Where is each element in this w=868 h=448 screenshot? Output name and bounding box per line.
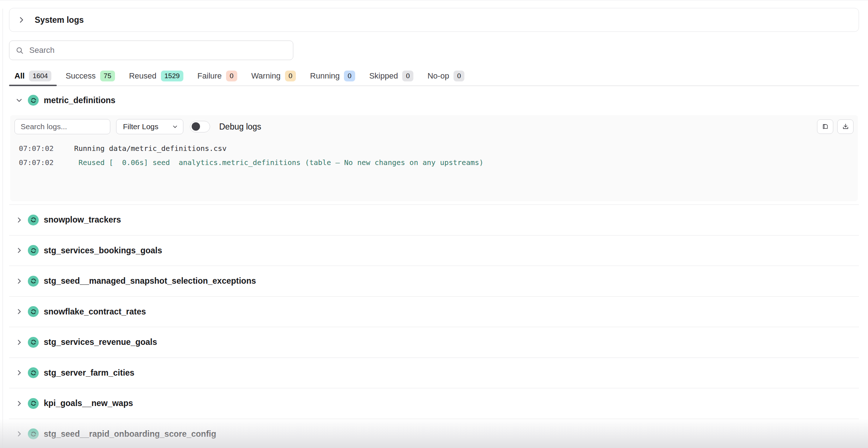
tab-count-badge: 1529 — [161, 71, 183, 82]
model-row-snowflake_contract_rates[interactable]: snowflake_contract_rates — [9, 296, 859, 327]
model-row-label: stg_services_bookings_goals — [44, 246, 162, 255]
log-message: Running data/metric_definitions.csv — [74, 144, 226, 153]
chevron-right-icon[interactable] — [16, 339, 23, 346]
tab-label: Failure — [197, 71, 222, 81]
tab-count-badge: 0 — [344, 71, 355, 82]
log-output[interactable]: 07:07:02Running data/metric_definitions.… — [10, 139, 858, 201]
model-row-label: snowplow_trackers — [44, 215, 121, 225]
search-input[interactable] — [29, 41, 293, 60]
chevron-right-icon[interactable] — [16, 369, 23, 376]
system-logs-title: System logs — [35, 15, 84, 25]
log-timestamp: 07:07:02 — [19, 144, 54, 153]
download-logs-button[interactable] — [837, 119, 854, 134]
status-tabs: All1604Success75Reused1529Failure0Warnin… — [9, 67, 859, 86]
expanded-model-name: metric_definitions — [44, 96, 115, 105]
debug-logs-toggle[interactable] — [190, 121, 210, 132]
chevron-right-icon[interactable] — [16, 400, 23, 407]
chevron-down-icon[interactable] — [16, 97, 23, 104]
model-row-label: snowflake_contract_rates — [44, 307, 146, 317]
log-message: Reused [ 0.06s] seed analytics.metric_de… — [78, 158, 484, 167]
reused-status-icon — [28, 245, 39, 256]
log-toolbar: Filter Logs Debug logs — [14, 119, 261, 134]
tab-running[interactable]: Running0 — [305, 67, 361, 85]
tab-count-badge: 0 — [454, 71, 465, 82]
tab-label: Reused — [129, 71, 157, 81]
tab-label: All — [14, 71, 25, 81]
model-row-label: stg_seed__rapid_onboarding_score_config — [44, 429, 216, 439]
log-line: 07:07:02Running data/metric_definitions.… — [10, 144, 858, 154]
system-logs-page: System logs All1604Success75Reused1529Fa… — [0, 0, 868, 448]
reused-status-icon — [28, 337, 39, 348]
chevron-right-icon[interactable] — [17, 16, 25, 24]
reused-status-icon — [28, 367, 39, 378]
chevron-right-icon[interactable] — [16, 430, 23, 438]
reused-status-icon — [28, 276, 39, 287]
tab-count-badge: 1604 — [29, 71, 51, 82]
copy-icon — [822, 123, 829, 130]
tab-label: Warning — [251, 71, 281, 81]
model-row-label: stg_seed__managed_snapshot_selection_exc… — [44, 276, 256, 286]
chevron-down-icon — [172, 124, 178, 130]
log-timestamp: 07:07:02 — [19, 158, 54, 167]
top-divider — [0, 0, 868, 0]
tab-count-badge: 75 — [100, 71, 115, 82]
model-row-snowplow_trackers[interactable]: snowplow_trackers — [9, 204, 859, 235]
tab-label: Running — [310, 71, 340, 81]
log-line: 07:07:02Reused [ 0.06s] seed analytics.m… — [10, 158, 858, 168]
model-row-stg_services_revenue_goals[interactable]: stg_services_revenue_goals — [9, 327, 859, 358]
tab-label: Skipped — [369, 71, 398, 81]
filter-logs-dropdown[interactable]: Filter Logs — [116, 119, 183, 134]
tab-failure[interactable]: Failure0 — [192, 67, 243, 85]
log-panel: Filter Logs Debug logs 07:07:0 — [10, 115, 858, 201]
reused-status-icon — [28, 215, 39, 225]
tab-count-badge: 0 — [402, 71, 413, 82]
tab-label: No-op — [427, 71, 449, 81]
tab-skipped[interactable]: Skipped0 — [364, 67, 419, 85]
chevron-right-icon[interactable] — [16, 247, 23, 254]
model-row-kpi_goals__new_waps[interactable]: kpi_goals__new_waps — [9, 388, 859, 419]
model-row-stg_services_bookings_goals[interactable]: stg_services_bookings_goals — [9, 235, 859, 266]
tab-reused[interactable]: Reused1529 — [124, 67, 189, 85]
left-edge-divider — [3, 9, 3, 448]
chevron-right-icon[interactable] — [16, 216, 23, 224]
tab-warning[interactable]: Warning0 — [246, 67, 302, 85]
toggle-knob — [192, 122, 200, 131]
search-icon — [16, 46, 24, 55]
reused-status-icon — [28, 95, 39, 106]
model-row-label: stg_server_farm_cities — [44, 368, 135, 378]
tab-count-badge: 0 — [226, 71, 237, 82]
model-list: snowplow_trackersstg_services_bookings_g… — [9, 204, 859, 448]
download-icon — [842, 123, 849, 130]
tab-count-badge: 0 — [285, 71, 296, 82]
expanded-model-header[interactable]: metric_definitions — [9, 91, 859, 109]
model-row-label: kpi_goals__new_waps — [44, 398, 133, 408]
tab-no-op[interactable]: No-op0 — [422, 67, 470, 85]
filter-logs-label: Filter Logs — [123, 122, 158, 131]
model-row-stg_seed__managed_snapshot_selection_exceptions[interactable]: stg_seed__managed_snapshot_selection_exc… — [9, 266, 859, 296]
tab-success[interactable]: Success75 — [60, 67, 120, 85]
reused-status-icon — [28, 428, 39, 439]
log-search-input[interactable] — [14, 119, 110, 134]
copy-logs-button[interactable] — [817, 119, 833, 134]
search-bar[interactable] — [9, 41, 293, 60]
reused-status-icon — [28, 306, 39, 317]
model-row-label: stg_services_revenue_goals — [44, 337, 157, 347]
system-logs-header[interactable]: System logs — [9, 8, 859, 32]
model-row-stg_seed__rapid_onboarding_score_config[interactable]: stg_seed__rapid_onboarding_score_config — [9, 419, 859, 448]
tab-all[interactable]: All1604 — [9, 67, 57, 85]
chevron-right-icon[interactable] — [16, 278, 23, 285]
log-actions — [817, 119, 854, 134]
tab-label: Success — [65, 71, 95, 81]
debug-logs-label: Debug logs — [219, 122, 261, 132]
chevron-right-icon[interactable] — [16, 308, 23, 315]
model-row-stg_server_farm_cities[interactable]: stg_server_farm_cities — [9, 358, 859, 388]
reused-status-icon — [28, 398, 39, 409]
